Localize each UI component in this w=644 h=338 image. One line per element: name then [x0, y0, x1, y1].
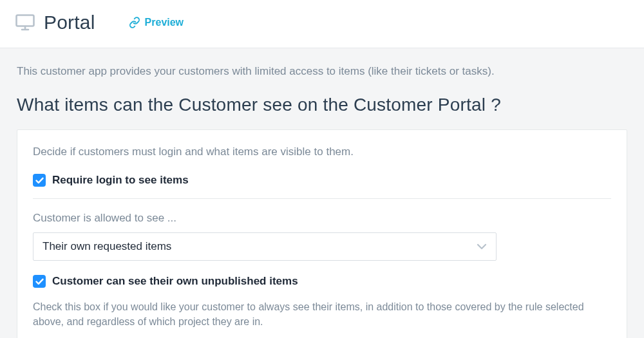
divider: [33, 198, 611, 199]
preview-link-label: Preview: [145, 17, 184, 28]
unpublished-help: Check this box if you would like your cu…: [33, 299, 611, 329]
require-login-checkbox[interactable]: [33, 174, 46, 187]
settings-card: Decide if customers must login and what …: [17, 129, 627, 338]
unpublished-label[interactable]: Customer can see their own unpublished i…: [52, 275, 298, 288]
require-login-row: Require login to see items: [33, 174, 611, 187]
link-icon: [129, 17, 140, 28]
card-intro: Decide if customers must login and what …: [33, 146, 611, 158]
page-description: This customer app provides your customer…: [17, 65, 627, 78]
section-heading: What items can the Customer see on the C…: [17, 95, 627, 115]
svg-rect-0: [17, 15, 34, 26]
allowed-select-value: Their own requested items: [43, 240, 171, 253]
preview-link[interactable]: Preview: [129, 17, 184, 28]
unpublished-checkbox[interactable]: [33, 275, 46, 288]
allowed-subheading: Customer is allowed to see ...: [33, 212, 611, 225]
content-area: This customer app provides your customer…: [0, 48, 644, 338]
page-header: Portal Preview: [0, 0, 644, 48]
monitor-icon: [15, 14, 35, 31]
allowed-select[interactable]: Their own requested items: [33, 232, 497, 261]
chevron-down-icon: [477, 243, 487, 250]
require-login-label[interactable]: Require login to see items: [52, 174, 189, 187]
unpublished-row: Customer can see their own unpublished i…: [33, 275, 611, 288]
page-title: Portal: [44, 12, 95, 33]
